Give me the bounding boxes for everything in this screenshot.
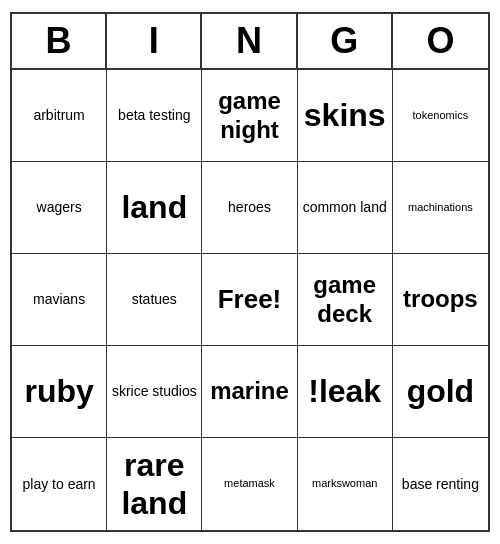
bingo-cell[interactable]: skrice studios: [107, 346, 202, 438]
cell-text: beta testing: [118, 107, 190, 124]
header-letter: B: [12, 14, 107, 68]
bingo-cell[interactable]: skins: [298, 70, 393, 162]
bingo-cell[interactable]: gold: [393, 346, 488, 438]
cell-text: tokenomics: [413, 109, 469, 122]
cell-text: mavians: [33, 291, 85, 308]
header-letter: G: [298, 14, 393, 68]
cell-text: gold: [407, 372, 475, 410]
bingo-cell[interactable]: game deck: [298, 254, 393, 346]
header-letter: I: [107, 14, 202, 68]
cell-text: rare land: [111, 446, 197, 523]
bingo-cell[interactable]: wagers: [12, 162, 107, 254]
cell-text: troops: [403, 285, 478, 314]
bingo-cell[interactable]: rare land: [107, 438, 202, 530]
bingo-cell[interactable]: markswoman: [298, 438, 393, 530]
bingo-cell[interactable]: base renting: [393, 438, 488, 530]
bingo-cell[interactable]: beta testing: [107, 70, 202, 162]
bingo-cell[interactable]: tokenomics: [393, 70, 488, 162]
bingo-cell[interactable]: heroes: [202, 162, 297, 254]
cell-text: game deck: [302, 271, 388, 329]
bingo-card: BINGO arbitrumbeta testinggame nightskin…: [10, 12, 490, 532]
cell-text: metamask: [224, 477, 275, 490]
bingo-cell[interactable]: mavians: [12, 254, 107, 346]
bingo-cell[interactable]: ruby: [12, 346, 107, 438]
bingo-cell[interactable]: common land: [298, 162, 393, 254]
cell-text: play to earn: [23, 476, 96, 493]
cell-text: Free!: [218, 284, 282, 315]
cell-text: heroes: [228, 199, 271, 216]
bingo-cell[interactable]: Free!: [202, 254, 297, 346]
bingo-header: BINGO: [12, 14, 488, 70]
cell-text: common land: [303, 199, 387, 216]
cell-text: markswoman: [312, 477, 377, 490]
cell-text: game night: [206, 87, 292, 145]
cell-text: arbitrum: [33, 107, 84, 124]
header-letter: O: [393, 14, 488, 68]
cell-text: ruby: [24, 372, 93, 410]
cell-text: machinations: [408, 201, 473, 214]
bingo-cell[interactable]: metamask: [202, 438, 297, 530]
header-letter: N: [202, 14, 297, 68]
bingo-cell[interactable]: machinations: [393, 162, 488, 254]
bingo-cell[interactable]: troops: [393, 254, 488, 346]
cell-text: !leak: [308, 372, 381, 410]
bingo-cell[interactable]: statues: [107, 254, 202, 346]
bingo-cell[interactable]: marine: [202, 346, 297, 438]
cell-text: statues: [132, 291, 177, 308]
cell-text: base renting: [402, 476, 479, 493]
cell-text: land: [121, 188, 187, 226]
bingo-grid: arbitrumbeta testinggame nightskinstoken…: [12, 70, 488, 530]
bingo-cell[interactable]: play to earn: [12, 438, 107, 530]
cell-text: marine: [210, 377, 289, 406]
cell-text: skins: [304, 96, 386, 134]
bingo-cell[interactable]: game night: [202, 70, 297, 162]
cell-text: skrice studios: [112, 383, 197, 400]
bingo-cell[interactable]: !leak: [298, 346, 393, 438]
bingo-cell[interactable]: land: [107, 162, 202, 254]
bingo-cell[interactable]: arbitrum: [12, 70, 107, 162]
cell-text: wagers: [37, 199, 82, 216]
